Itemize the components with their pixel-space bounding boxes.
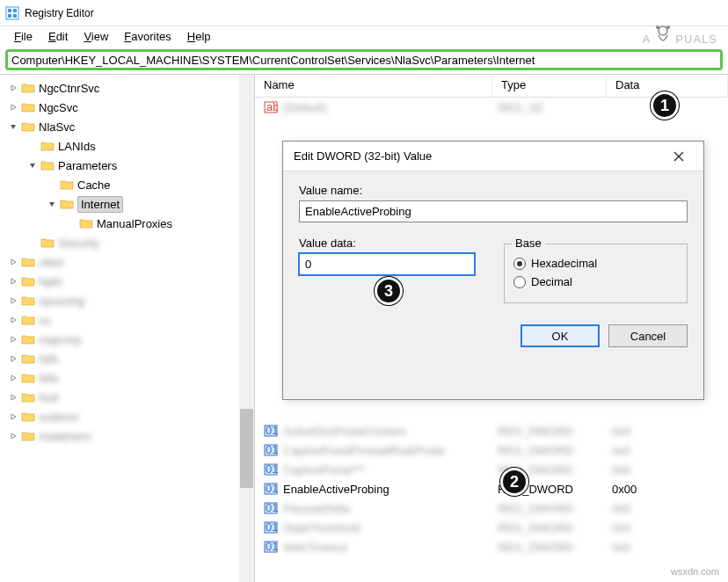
cell-data: 0x0 (612, 444, 728, 457)
menu-favorites[interactable]: FavoritesFavorites (117, 28, 178, 45)
cell-type: REG_DWORD (498, 502, 612, 515)
tree-expander-icon[interactable] (7, 333, 19, 346)
tree-label: Parameters (58, 159, 117, 172)
tree-expander-icon[interactable] (46, 198, 58, 210)
list-row[interactable]: 011CaptivePortalFirewallRuleProbeREG_DWO… (255, 440, 728, 460)
radio-hexadecimal[interactable]: Hexadecimal (513, 257, 678, 270)
tree-label: Internet (77, 196, 123, 213)
tree-expander-icon[interactable] (7, 372, 19, 384)
folder-icon (40, 159, 55, 171)
base-groupbox: Base Hexadecimal Decimal (504, 244, 688, 303)
tree-item[interactable]: ManualProxies (0, 214, 254, 233)
tree-item[interactable]: Npfs (0, 272, 254, 291)
svg-text:011: 011 (266, 520, 278, 534)
tree-expander-icon[interactable] (7, 120, 19, 133)
tree-item[interactable]: Parameters (0, 156, 254, 175)
tree-item[interactable]: npsvctrig (0, 291, 254, 310)
list-row[interactable]: 011PassiveDeltaREG_DWORD0x0 (255, 498, 728, 518)
cell-name: CaptivePortalFirewallRuleProbe (283, 444, 498, 457)
tree-item[interactable]: NlaSvc (0, 117, 254, 136)
svg-text:011: 011 (266, 501, 278, 514)
dialog-close-button[interactable] (665, 148, 693, 165)
tree-item[interactable]: NgcCtnrSvc (0, 78, 254, 98)
tree-expander-icon[interactable] (7, 430, 19, 442)
cell-name: WebTimeout (283, 541, 498, 554)
folder-icon (21, 391, 35, 404)
value-name-input[interactable] (299, 200, 688, 222)
tree-expander-icon[interactable] (7, 256, 19, 268)
radio-dot-icon (513, 276, 526, 288)
cell-name: ActiveDnsProbeContent (283, 425, 498, 438)
tree-expander-icon[interactable] (7, 391, 19, 404)
tree-item[interactable]: Cache (0, 175, 254, 194)
value-data-input[interactable] (299, 253, 475, 275)
tree-item[interactable]: NgcSvc (0, 98, 254, 117)
tree-item[interactable]: nsiproxy (0, 330, 254, 349)
tree-item[interactable]: Ntfs (0, 368, 254, 388)
address-bar[interactable]: Computer\HKEY_LOCAL_MACHINE\SYSTEM\Curre… (5, 49, 723, 70)
value-dword-icon: 011 (264, 424, 278, 438)
tree-label: Cache (77, 178, 111, 192)
tree-expander-icon[interactable] (46, 178, 58, 191)
tree-item[interactable]: nlled (0, 252, 254, 272)
watermark-logo: APUALS (643, 21, 717, 49)
tree-item[interactable]: ns (0, 310, 254, 330)
tree-scrollbar[interactable] (239, 75, 254, 582)
tree-expander-icon[interactable] (7, 314, 19, 326)
tree-label: Security (58, 236, 99, 250)
tree-expander-icon[interactable] (7, 295, 19, 307)
tree-expander-icon[interactable] (26, 159, 39, 171)
tree-label: ManualProxies (97, 217, 172, 230)
svg-point-24 (656, 25, 659, 29)
svg-text:011: 011 (266, 540, 278, 553)
tree-expander-icon[interactable] (7, 275, 19, 287)
window-title: Registry Editor (25, 7, 94, 19)
tree-item[interactable]: Ntfs (0, 349, 254, 368)
menu-edit[interactable]: EditEdit (41, 28, 75, 45)
svg-text:011: 011 (266, 462, 278, 476)
tree-expander-icon[interactable] (65, 217, 77, 229)
tree-label: Ntfs (39, 353, 59, 366)
tree-item[interactable]: nvlddmkm (0, 426, 254, 446)
close-icon (673, 151, 684, 162)
cell-type: REG_DWORD (498, 521, 612, 535)
tree-item[interactable]: Null (0, 388, 254, 407)
cancel-button[interactable]: Cancel (608, 324, 688, 347)
edit-dword-dialog: Edit DWORD (32-bit) Value Value name: Va… (282, 141, 704, 400)
tree-expander-icon[interactable] (7, 82, 19, 94)
folder-icon (21, 256, 35, 268)
svg-text:011: 011 (266, 424, 278, 437)
folder-icon (60, 178, 74, 191)
tree-item[interactable]: Internet (0, 194, 254, 214)
cell-data: 0x0 (612, 541, 728, 554)
list-row[interactable]: 011StaleThresholdREG_DWORD0x0 (255, 518, 728, 537)
list-row[interactable]: 011ActiveDnsProbeContentREG_DWORD0x0 (255, 421, 728, 440)
tree-expander-icon[interactable] (26, 140, 39, 152)
menu-view[interactable]: ViewView (76, 28, 115, 45)
svg-point-25 (666, 25, 670, 29)
cell-data: 0x0 (612, 425, 728, 438)
tree-label: Npfs (39, 275, 62, 288)
dialog-titlebar[interactable]: Edit DWORD (32-bit) Value (283, 142, 703, 171)
folder-icon (21, 82, 35, 94)
col-type[interactable]: Type (492, 75, 607, 97)
menu-help[interactable]: HelpHelp (180, 28, 218, 45)
list-row[interactable]: 011WebTimeoutREG_DWORD0x0 (255, 537, 728, 557)
tree-expander-icon[interactable] (7, 411, 19, 423)
tree-item[interactable]: nvdimm (0, 407, 254, 426)
list-row[interactable]: 011EnableActiveProbingREG_DWORD0x00 (255, 479, 728, 498)
list-row[interactable]: 011CaptivePortal***REG_DWORD0x0 (255, 460, 728, 479)
tree-item[interactable]: LANIds (0, 136, 254, 156)
watermark-mascot-icon (651, 25, 675, 49)
tree-item[interactable]: Security (0, 233, 254, 252)
menu-file[interactable]: FFileile (7, 28, 40, 45)
ok-button[interactable]: OK (521, 324, 600, 347)
tree-label: Null (39, 391, 58, 404)
tree-scroll-thumb[interactable] (240, 409, 253, 488)
col-name[interactable]: Name (255, 75, 492, 97)
value-dword-icon: 011 (264, 540, 278, 554)
tree-expander-icon[interactable] (7, 353, 19, 365)
radio-decimal[interactable]: Decimal (513, 275, 678, 288)
tree-expander-icon[interactable] (26, 236, 39, 249)
tree-expander-icon[interactable] (7, 101, 19, 113)
